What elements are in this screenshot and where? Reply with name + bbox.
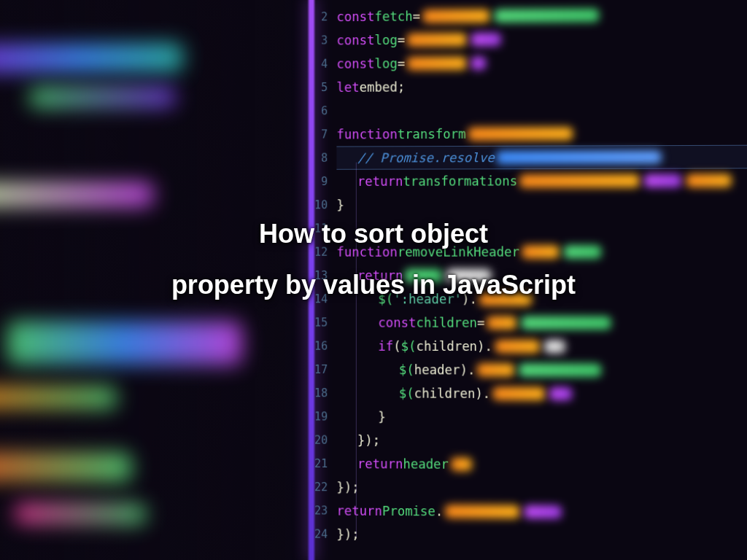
code-line: 24}); xyxy=(309,522,747,548)
token-kw: const xyxy=(336,56,374,71)
indent-guide xyxy=(356,163,357,537)
token-op: . xyxy=(436,504,443,518)
blurred-token xyxy=(495,340,539,353)
code-content: const fetch = xyxy=(336,8,600,24)
code-line: 3const log = xyxy=(309,26,747,52)
token-op: = xyxy=(477,316,484,330)
token-fn: transform xyxy=(398,127,466,142)
code-line: 13return xyxy=(309,264,747,288)
token-fn: fetch xyxy=(374,9,412,24)
code-line: 20}); xyxy=(309,428,747,454)
left-blurred-panel xyxy=(0,0,309,560)
blurred-token xyxy=(544,340,565,353)
blurred-token xyxy=(549,387,572,400)
line-number: 3 xyxy=(309,34,337,47)
blur-decoration xyxy=(0,43,183,74)
code-line: 14$(':header'). xyxy=(309,287,747,311)
token-id: embed xyxy=(360,79,398,94)
blurred-token xyxy=(497,150,662,164)
code-content: return transformations xyxy=(336,173,733,189)
blurred-token xyxy=(519,363,602,376)
token-op: ( xyxy=(393,339,400,354)
line-number: 7 xyxy=(309,128,337,141)
blurred-token xyxy=(451,458,472,471)
line-number: 24 xyxy=(309,527,337,540)
token-op: = xyxy=(413,9,420,23)
code-line: 9return transformations xyxy=(309,168,747,193)
line-number: 12 xyxy=(309,246,337,259)
token-fn: log xyxy=(374,56,397,71)
code-content: $(children). xyxy=(336,386,574,401)
blurred-token xyxy=(407,33,467,47)
token-kw: function xyxy=(336,245,397,260)
token-fn: removeLinkHeader xyxy=(398,244,519,259)
blurred-token xyxy=(487,316,517,330)
code-line: 23return Promise. xyxy=(309,499,747,525)
blurred-token xyxy=(686,174,732,187)
code-line: 19} xyxy=(309,405,747,429)
token-kw: if xyxy=(378,339,393,354)
token-op: } xyxy=(378,410,385,424)
token-op: = xyxy=(398,33,405,47)
code-line: 17$(header). xyxy=(309,358,747,383)
code-line: 8// Promise.resolve xyxy=(309,145,747,170)
line-number: 16 xyxy=(309,340,337,353)
token-id: children xyxy=(417,339,478,354)
code-line: 12function removeLinkHeader xyxy=(309,240,747,264)
blurred-token xyxy=(477,363,514,376)
blurred-token xyxy=(644,174,682,187)
line-number: 9 xyxy=(309,175,337,188)
line-number: 14 xyxy=(309,292,337,306)
code-line: 16if ($(children). xyxy=(309,335,747,359)
code-line: 15const children = xyxy=(309,311,747,335)
token-kw: let xyxy=(336,80,359,95)
blurred-token xyxy=(522,316,611,330)
line-number: 22 xyxy=(309,481,337,494)
token-fn: children xyxy=(416,315,477,330)
code-line: 5let embed; xyxy=(309,74,747,99)
code-line: 4const log = xyxy=(309,50,747,76)
blurred-token xyxy=(471,56,486,69)
code-content: return header xyxy=(336,456,473,472)
line-number: 19 xyxy=(309,410,337,423)
line-number: 18 xyxy=(309,386,337,400)
code-content: const log = xyxy=(336,55,488,71)
blur-decoration xyxy=(0,452,131,482)
token-fn: transformations xyxy=(403,174,517,189)
token-fn: $( xyxy=(378,292,393,306)
blur-decoration xyxy=(7,321,242,365)
token-fn: $( xyxy=(399,362,414,377)
line-number: 17 xyxy=(309,363,337,376)
token-kw: const xyxy=(336,33,374,47)
token-op: ). xyxy=(462,292,477,306)
code-line: 11 xyxy=(309,216,747,240)
code-content: $(':header'). xyxy=(336,292,533,306)
line-number: 15 xyxy=(309,316,337,329)
line-number: 20 xyxy=(309,434,337,447)
token-op: = xyxy=(398,56,405,71)
code-content: const children = xyxy=(336,315,614,330)
blur-decoration xyxy=(0,182,154,208)
blur-decoration xyxy=(29,87,176,108)
line-number: 5 xyxy=(309,81,337,94)
code-content: return xyxy=(336,268,494,283)
blurred-token xyxy=(525,505,562,519)
token-cm: // Promise.resolve xyxy=(357,150,495,166)
token-fn: $( xyxy=(399,386,414,400)
blurred-token xyxy=(468,127,573,141)
code-content: // Promise.resolve xyxy=(336,149,664,166)
token-kw: return xyxy=(357,268,403,283)
token-str: ':header' xyxy=(393,292,462,306)
code-panel: 2const fetch = 3const log = 4const log =… xyxy=(309,0,747,560)
code-content: function transform xyxy=(336,126,575,141)
blur-decoration xyxy=(0,386,117,409)
token-op: ). xyxy=(460,362,475,377)
line-number: 10 xyxy=(309,198,337,211)
code-line: 6 xyxy=(309,98,747,123)
line-number: 13 xyxy=(309,269,337,282)
code-content: } xyxy=(336,198,344,212)
blurred-token xyxy=(405,269,442,282)
blurred-token xyxy=(445,505,519,518)
code-content: }); xyxy=(336,433,380,448)
token-op: } xyxy=(336,198,344,212)
